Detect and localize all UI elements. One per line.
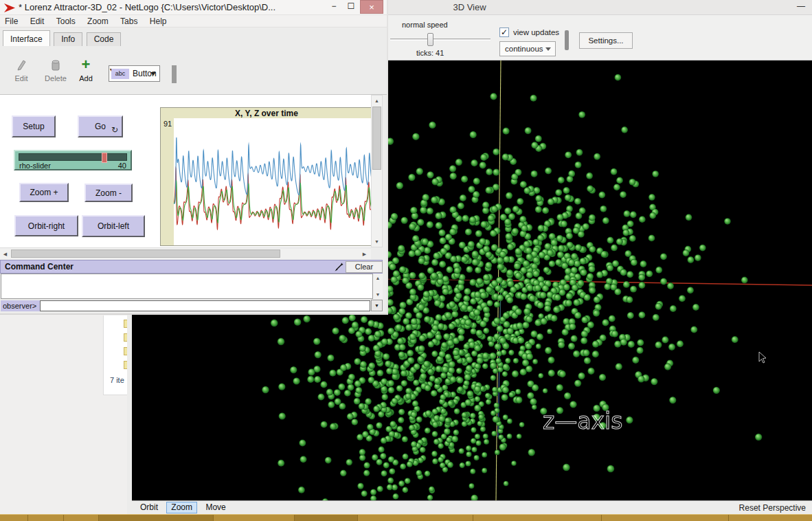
forever-icon: ↻: [111, 125, 118, 135]
command-center-header: Command Center Clear: [0, 260, 383, 274]
command-center-output[interactable]: [1, 274, 373, 299]
tab-bar: Interface Info Code: [0, 27, 387, 47]
nav-tab-move[interactable]: Move: [201, 502, 230, 513]
setup-button[interactable]: Setup: [12, 115, 56, 137]
tab-code[interactable]: Code: [87, 32, 122, 46]
horizontal-scrollbar[interactable]: ◀ ▶: [0, 247, 371, 259]
scroll-down-icon[interactable]: ▼: [373, 292, 383, 297]
speed-slider-label: normal speed: [402, 21, 448, 29]
menu-zoom[interactable]: Zoom: [82, 15, 113, 27]
view-updates-checkbox[interactable]: ✓: [499, 27, 509, 37]
zoom-in-button[interactable]: Zoom +: [19, 183, 69, 202]
explorer-items-count: 7 ite: [110, 376, 124, 384]
settings-button[interactable]: Settings...: [579, 32, 633, 49]
agent-type-dropdown[interactable]: ▼: [371, 300, 383, 311]
ticks-counter: ticks: 41: [416, 49, 444, 57]
nav-tab-zoom[interactable]: Zoom: [166, 502, 197, 513]
speed-slider-track[interactable]: [390, 38, 490, 41]
taskbar-button[interactable]: [473, 515, 601, 521]
menu-tools[interactable]: Tools: [52, 15, 80, 27]
scrollbar-corner: [371, 247, 383, 259]
command-center-scrollbar[interactable]: ▲ ▼: [373, 274, 383, 299]
update-mode-value: continuous: [505, 45, 543, 53]
taskbar-button[interactable]: [357, 515, 473, 521]
command-center-title: Command Center: [5, 262, 74, 271]
netlogo-window: * Lorenz Attractor-3D_02 - NetLogo {C:\U…: [0, 0, 388, 315]
minimize-icon[interactable]: −: [326, 0, 342, 14]
tab-info[interactable]: Info: [54, 32, 82, 46]
trash-icon: [41, 58, 70, 72]
update-mode-dropdown[interactable]: continuous: [499, 41, 556, 56]
plot-title: X, Y, Z over time: [161, 109, 371, 118]
plot-canvas: [174, 118, 371, 245]
scrollbar-thumb[interactable]: [11, 250, 280, 258]
clear-button[interactable]: Clear: [346, 261, 383, 273]
scroll-right-icon[interactable]: ▶: [359, 249, 370, 259]
taskbar-button[interactable]: [213, 515, 294, 521]
menu-edit[interactable]: Edit: [25, 15, 49, 27]
scroll-up-icon[interactable]: ▲: [373, 276, 383, 280]
scrollbar-thumb[interactable]: [372, 107, 381, 170]
plot-y-max-label: 91: [163, 120, 172, 128]
chevron-down-icon: [545, 47, 551, 51]
maximize-icon[interactable]: ☐: [343, 0, 359, 14]
expand-icon[interactable]: [335, 263, 343, 271]
3d-view-title: 3D View: [453, 2, 486, 12]
observer-row: observer> ▼: [1, 300, 383, 311]
view-updates-label: view updates: [513, 28, 559, 36]
reset-perspective-button[interactable]: Reset Perspective: [739, 503, 806, 513]
tab-interface[interactable]: Interface: [3, 30, 50, 46]
toolbar-separator-handle[interactable]: [172, 65, 177, 83]
slider-value: 40: [118, 162, 126, 170]
scroll-up-icon[interactable]: ▲: [372, 96, 382, 106]
plus-icon: +: [76, 58, 96, 72]
edit-widget-button[interactable]: Edit: [10, 58, 33, 82]
widget-type-dropdown[interactable]: ▾ abc Button: [109, 65, 160, 82]
pencil-icon: [10, 58, 33, 72]
desktop: 7 ite 3D View — normal speed ticks: 41 ✓…: [0, 0, 812, 521]
explorer-file-list: 7 ite: [103, 315, 129, 395]
add-widget-button[interactable]: + Add: [76, 58, 96, 82]
interface-widgets-panel: Setup Go ↻ rho-slider 40 Zoom + Zoom - O…: [0, 95, 371, 247]
netlogo-logo-icon: [3, 3, 16, 13]
orbit-left-button[interactable]: Orbit-left: [82, 215, 145, 237]
netlogo-titlebar[interactable]: * Lorenz Attractor-3D_02 - NetLogo {C:\U…: [0, 0, 387, 15]
orbit-right-button[interactable]: Orbit-right: [14, 215, 78, 236]
taskbar-button[interactable]: [728, 515, 812, 521]
taskbar-button[interactable]: [601, 515, 728, 521]
plot-widget: X, Y, Z over time 91: [160, 107, 371, 246]
nav-tab-orbit[interactable]: Orbit: [135, 502, 163, 513]
toolbar-separator-handle[interactable]: [565, 30, 569, 50]
delete-widget-button[interactable]: Delete: [41, 58, 70, 82]
zoom-out-button[interactable]: Zoom -: [84, 184, 133, 202]
taskbar[interactable]: [0, 514, 812, 521]
taskbar-button[interactable]: [294, 515, 357, 521]
explorer-window-fragment: 7 ite: [0, 313, 132, 514]
observer-prompt: observer>: [1, 300, 40, 311]
menubar: File Edit Tools Zoom Tabs Help: [0, 15, 387, 27]
scroll-left-icon[interactable]: ◀: [0, 249, 10, 259]
window-title: * Lorenz Attractor-3D_02 - NetLogo {C:\U…: [19, 2, 275, 12]
menu-help[interactable]: Help: [145, 15, 172, 27]
interface-toolbar: Edit Delete + Add ▾ abc Button: [0, 47, 387, 95]
taskbar-button[interactable]: [63, 515, 98, 521]
scroll-down-icon[interactable]: ▼: [372, 236, 382, 247]
chevron-down-icon: [150, 72, 156, 76]
abc-icon: abc: [111, 69, 129, 79]
slider-thumb[interactable]: [102, 153, 107, 163]
close-icon[interactable]: ×: [360, 0, 383, 14]
rho-slider[interactable]: rho-slider 40: [14, 150, 132, 170]
vertical-scrollbar[interactable]: ▲ ▼: [371, 95, 383, 247]
slider-label: rho-slider: [19, 162, 51, 170]
speed-slider-thumb[interactable]: [427, 33, 433, 46]
taskbar-button[interactable]: [27, 515, 63, 521]
command-input[interactable]: [40, 300, 370, 311]
taskbar-button[interactable]: [98, 515, 213, 521]
menu-tabs[interactable]: Tabs: [115, 15, 142, 27]
3d-nav-bar: Orbit Zoom Move Reset Perspective: [132, 500, 812, 515]
go-button[interactable]: Go ↻: [78, 115, 123, 137]
slider-track[interactable]: [19, 153, 127, 161]
minimize-icon[interactable]: —: [797, 0, 805, 12]
menu-file[interactable]: File: [0, 15, 23, 27]
